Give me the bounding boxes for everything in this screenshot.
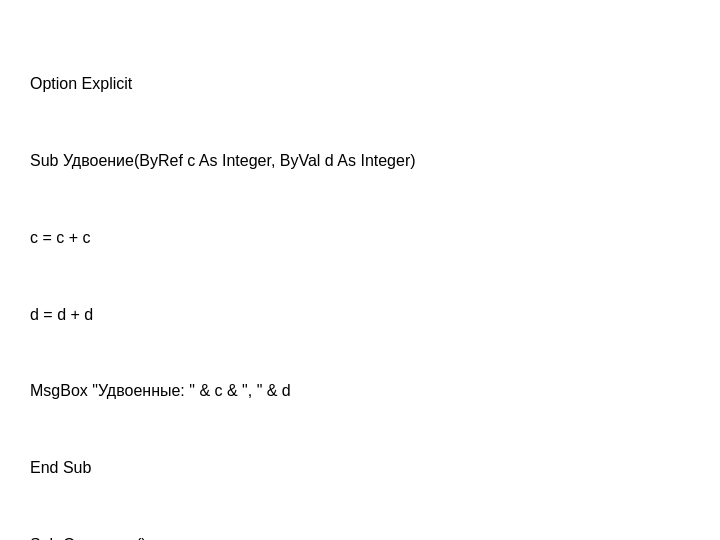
code-line-2: Sub Удвоение(ByRef c As Integer, ByVal d… xyxy=(30,148,416,174)
code-line-7: Sub Основная() xyxy=(30,532,416,540)
code-block: Option Explicit Sub Удвоение(ByRef c As … xyxy=(30,20,416,540)
code-line-5: MsgBox "Удвоенные: " & c & ", " & d xyxy=(30,378,416,404)
code-line-3: c = c + c xyxy=(30,225,416,251)
code-line-1: Option Explicit xyxy=(30,71,416,97)
code-line-4: d = d + d xyxy=(30,302,416,328)
code-line-6: End Sub xyxy=(30,455,416,481)
